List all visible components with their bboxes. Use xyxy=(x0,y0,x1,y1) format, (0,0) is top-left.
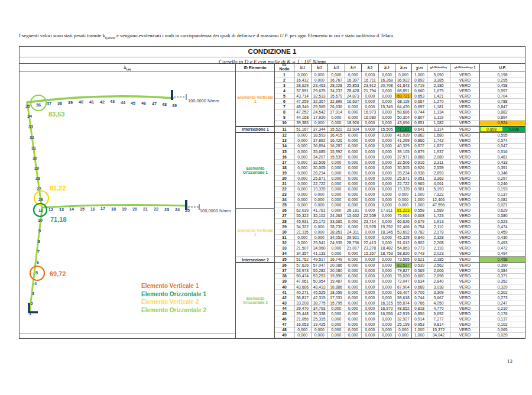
table-row: 216,4120,00016,76716,39716,71116,26836,9… xyxy=(236,77,525,83)
table-row: 4621,05625,3150,0000,0000,0000,00032,927… xyxy=(236,316,525,322)
column-header: αb,Rd,buckling xyxy=(427,63,450,72)
table-row: 3753,97355,28220,0800,0000,0000,00079,82… xyxy=(236,268,525,274)
cell-value: 18,482 xyxy=(379,245,396,251)
cell-value: 58,686 xyxy=(395,110,412,115)
cell-value: 0,847 xyxy=(479,104,525,109)
spring-support-bar xyxy=(171,90,173,100)
cell-value: VERO xyxy=(450,295,480,300)
node-label: 19 xyxy=(122,206,126,212)
cell-value: VERO xyxy=(450,83,480,88)
cell-value: 28,234 xyxy=(312,170,329,176)
table-row: 4429,47034,7930,0000,0000,00016,97048,65… xyxy=(236,306,525,311)
cell-value: 24,311 xyxy=(345,229,362,235)
cell-value: 0,176 xyxy=(479,311,525,316)
cell-value: 41,133 xyxy=(312,251,329,257)
cell-value: 16,426 xyxy=(328,138,345,144)
cell-value: 0,000 xyxy=(328,176,345,181)
cell-value: 57,466 xyxy=(395,224,412,229)
cell-value: 38,851 xyxy=(328,229,345,235)
cell-value: 0,000 xyxy=(312,203,329,208)
cell-value: 0,000 xyxy=(362,149,379,154)
table-row: 4043,68648,43318,8860,0000,0000,00067,90… xyxy=(236,284,525,290)
cell-value: 45,329 xyxy=(395,235,412,240)
cell-value: 2,186 xyxy=(427,83,450,88)
cell-value: 40,329 xyxy=(395,144,412,149)
table-row: 3947,06150,95419,4870,0000,0000,00072,04… xyxy=(236,279,525,284)
cell-value: 0,458 xyxy=(479,83,525,88)
node-label: 35 xyxy=(25,103,30,109)
cell-value: 0,754 xyxy=(412,224,427,229)
spring-support-bar xyxy=(185,200,187,210)
cell-value: 0,000 xyxy=(328,170,345,176)
cell-value: 0,000 xyxy=(345,328,362,333)
cell-value: 0,539 xyxy=(412,263,427,268)
table-row: 320,00025,54124,93528,73622,4130,00051,0… xyxy=(236,240,525,245)
cell-value: 20,708 xyxy=(379,83,396,88)
node-label: 15 xyxy=(80,206,85,212)
cell-value: VERO xyxy=(450,316,480,322)
cell-value: VERO xyxy=(450,306,480,311)
cell-value: 0,433 xyxy=(479,160,525,165)
cell-value: 0,000 xyxy=(294,181,312,186)
cell-value: 0,523 xyxy=(479,219,525,224)
cell-value: 0,000 xyxy=(294,160,312,165)
cell-value: 0,459 xyxy=(479,229,525,235)
cell-value: 0,000 xyxy=(379,268,396,274)
cell-node-id: 47 xyxy=(275,322,294,328)
cell-value: 0,000 xyxy=(379,88,396,93)
cell-value: VERO xyxy=(450,192,480,198)
cell-value: 1,723 xyxy=(427,213,450,219)
cell-value: 55,874 xyxy=(395,300,412,306)
cell-value: 0,000 xyxy=(379,203,396,208)
element-group-label: Elemento Verticale 1 xyxy=(236,72,275,127)
intro-text-part1: I seguenti valori sono stati pesati tram… xyxy=(19,33,105,38)
cell-value: 0,862 xyxy=(412,133,427,138)
results-table: ID ElementoIDNodoλi,1λi,2λi,3λi,4λi,5λi,… xyxy=(236,63,525,338)
cell-value: 0,000 xyxy=(294,192,312,198)
cell-value: 3,363 xyxy=(427,176,450,181)
node-label: 29 xyxy=(34,166,39,171)
cell-value: 0,660 xyxy=(412,88,427,93)
node-label: 4 xyxy=(34,281,37,286)
cell-node-id: 11 xyxy=(275,127,294,132)
cell-value: 0,000 xyxy=(379,295,396,300)
max-lambda-value-label: 71,18 xyxy=(50,216,67,223)
cell-value: 0,000 xyxy=(345,316,362,322)
cell-value: VERO xyxy=(450,127,480,132)
cell-value: 0,000 xyxy=(345,203,362,208)
cell-value: 0,000 xyxy=(345,115,362,121)
cell-value: 0,000 xyxy=(379,187,396,192)
cell-value: VERO xyxy=(450,251,480,257)
cell-value: 0,000 xyxy=(312,333,329,338)
cell-value: 0,000 xyxy=(379,333,396,338)
node-label: 27 xyxy=(37,186,41,192)
legend-item: Elemento Verticale 2 xyxy=(141,298,206,306)
cell-value: 16,767 xyxy=(328,77,345,83)
cell-value: 21,056 xyxy=(294,316,312,322)
node-label: 42 xyxy=(100,99,105,105)
cell-value: 43,714 xyxy=(294,93,312,99)
cell-node-id: 25 xyxy=(275,203,294,208)
cell-value: 0,965 xyxy=(412,181,427,186)
table-row: 10,0000,0000,0000,0000,0000,0000,0001,00… xyxy=(236,72,525,77)
column-header: λi,3 xyxy=(328,63,345,72)
cell-value: 30,505 xyxy=(395,165,412,170)
table-row: 3021,1150,00038,85124,3110,00018,34653,6… xyxy=(236,229,525,235)
cell-value: 0,137 xyxy=(479,316,525,322)
node-label: 16 xyxy=(90,206,95,212)
cell-value: 0,000 xyxy=(294,170,312,176)
cell-value: 0,000 xyxy=(312,198,329,203)
cell-value: 0,000 xyxy=(379,110,396,115)
cell-node-id: 21 xyxy=(275,181,294,186)
max-lambda-value-label: 81,22 xyxy=(50,184,66,192)
cell-value: VERO xyxy=(450,203,480,208)
cell-value: VERO xyxy=(450,213,480,219)
cell-value: 0,000 xyxy=(294,154,312,160)
cell-value: 0,000 xyxy=(345,219,362,224)
cell-value: 0,597 xyxy=(479,88,525,93)
cell-value: 35,679 xyxy=(328,93,345,99)
cell-value: 5,692 xyxy=(427,311,450,316)
cell-value: 4,770 xyxy=(427,306,450,311)
cell-value: 0,000 xyxy=(362,133,379,138)
column-header: U.F. xyxy=(480,63,525,72)
